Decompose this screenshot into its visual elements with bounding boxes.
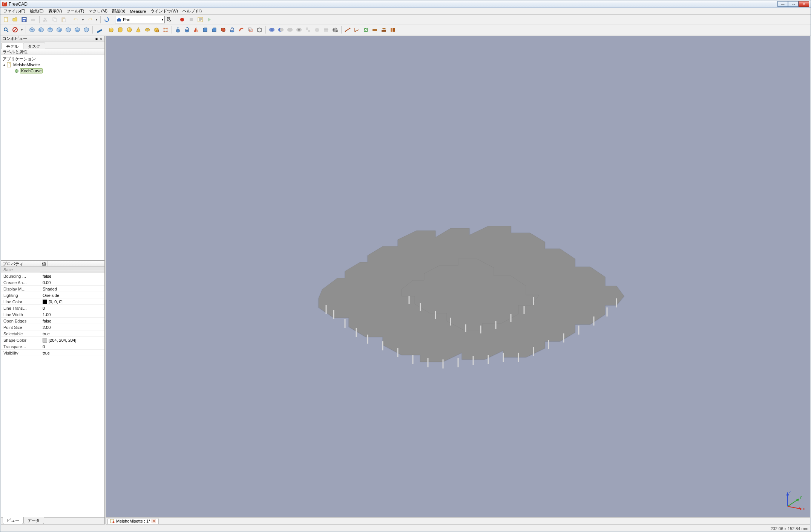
view-rear-icon[interactable]: [64, 26, 72, 34]
save-file-icon[interactable]: [20, 15, 28, 24]
menu-tools[interactable]: ツール(T): [64, 8, 86, 14]
measure-clear-icon[interactable]: [362, 26, 370, 34]
tree-collapse-icon[interactable]: ◢: [2, 63, 6, 67]
extrude-icon[interactable]: [174, 26, 182, 34]
document-tab-close-icon[interactable]: ✕: [152, 519, 156, 523]
property-row[interactable]: LightingOne side: [1, 292, 104, 299]
part-cone-icon[interactable]: [134, 26, 143, 34]
property-row[interactable]: Line Color[0, 0, 0]: [1, 299, 104, 305]
tree-item-line[interactable]: KochCurve: [2, 68, 104, 74]
paste-icon[interactable]: [60, 15, 68, 24]
property-row[interactable]: Display M…Shaded: [1, 286, 104, 292]
union-icon[interactable]: [286, 26, 294, 34]
viewport-3d[interactable]: x y z: [106, 36, 810, 517]
loft-icon[interactable]: [228, 26, 236, 34]
menu-part[interactable]: 部品(p): [110, 8, 127, 14]
property-value[interactable]: 0: [40, 306, 104, 311]
measure-toggle-icon[interactable]: [371, 26, 379, 34]
property-value[interactable]: One side: [40, 293, 104, 298]
property-value[interactable]: 2.00: [40, 325, 104, 330]
tree-body[interactable]: アプリケーション ◢ MeishoMisette KochCurve: [1, 55, 104, 260]
view-left-icon[interactable]: [82, 26, 90, 34]
draw-style-icon[interactable]: [11, 26, 19, 34]
menu-view[interactable]: 表示(V): [46, 8, 64, 14]
property-row[interactable]: Visibilitytrue: [1, 350, 104, 356]
property-value[interactable]: 1.00: [40, 312, 104, 318]
macro-list-icon[interactable]: [196, 15, 204, 24]
ruled-surface-icon[interactable]: [219, 26, 227, 34]
menu-help[interactable]: ヘルプ (H): [180, 8, 204, 14]
undo-icon[interactable]: [72, 15, 80, 24]
property-row[interactable]: Line Trans…0: [1, 305, 104, 312]
maximize-button[interactable]: ▭: [788, 1, 799, 7]
property-row[interactable]: Line Width1.00: [1, 312, 104, 318]
macro-record-icon[interactable]: [178, 15, 186, 24]
part-sphere-icon[interactable]: [125, 26, 133, 34]
open-file-icon[interactable]: [11, 15, 19, 24]
view-top-icon[interactable]: [46, 26, 54, 34]
sweep-icon[interactable]: [237, 26, 245, 34]
tab-task[interactable]: タスク: [23, 43, 45, 49]
property-row[interactable]: Crease An…0.00: [1, 280, 104, 286]
property-value[interactable]: 0: [40, 344, 104, 350]
menu-file[interactable]: ファイル(F): [1, 8, 28, 14]
menu-macro[interactable]: マクロ(M): [86, 8, 110, 14]
tab-data[interactable]: データ: [23, 517, 44, 524]
measure-toggle-delta-icon[interactable]: [389, 26, 397, 34]
print-icon[interactable]: [29, 15, 37, 24]
new-file-icon[interactable]: [2, 15, 10, 24]
whats-this-icon[interactable]: ?: [166, 15, 174, 24]
fillet-icon[interactable]: [201, 26, 209, 34]
property-value[interactable]: [204, 204, 204]: [40, 338, 104, 343]
property-value[interactable]: [0, 0, 0]: [40, 299, 104, 305]
refresh-icon[interactable]: [103, 15, 111, 24]
measure-linear-icon[interactable]: [343, 26, 352, 34]
redo-dropdown[interactable]: ▾: [95, 18, 98, 21]
property-row[interactable]: Selectabletrue: [1, 331, 104, 337]
property-value[interactable]: true: [40, 331, 104, 337]
fit-all-icon[interactable]: [2, 26, 10, 34]
tree-app-line[interactable]: アプリケーション: [2, 56, 104, 62]
document-tab[interactable]: MeishoMisette : 1* ✕: [107, 518, 159, 524]
property-row[interactable]: Bounding …false: [1, 273, 104, 280]
menu-measure[interactable]: Measure: [127, 9, 148, 14]
property-row[interactable]: Shape Color[204, 204, 204]: [1, 337, 104, 344]
revolve-icon[interactable]: [183, 26, 191, 34]
part-cylinder-icon[interactable]: [116, 26, 124, 34]
property-row[interactable]: Open Edgesfalse: [1, 318, 104, 324]
tab-model[interactable]: モデル: [1, 43, 23, 49]
compound-icon[interactable]: [304, 26, 312, 34]
panel-close-icon[interactable]: ✕: [99, 37, 103, 41]
macro-run-icon[interactable]: [205, 15, 213, 24]
part-torus-icon[interactable]: [143, 26, 152, 34]
view-bottom-icon[interactable]: [73, 26, 81, 34]
redo-icon[interactable]: [86, 15, 94, 24]
property-row[interactable]: Point Size2.00: [1, 324, 104, 331]
view-front-icon[interactable]: [37, 26, 45, 34]
menu-window[interactable]: ウインドウ(W): [148, 8, 180, 14]
offset-icon[interactable]: [246, 26, 254, 34]
part-box-icon[interactable]: [107, 26, 115, 34]
property-row[interactable]: Transpare…0: [1, 344, 104, 350]
part-primitives-icon[interactable]: [152, 26, 161, 34]
minimize-button[interactable]: —: [777, 1, 788, 7]
shape-icon[interactable]: [313, 26, 321, 34]
measure-angular-icon[interactable]: [353, 26, 361, 34]
property-grid[interactable]: BaseBounding …falseCrease An…0.00Display…: [1, 267, 104, 517]
cross-sections-icon[interactable]: [331, 26, 339, 34]
panel-float-icon[interactable]: ▣: [94, 37, 99, 41]
property-value[interactable]: 0.00: [40, 280, 104, 286]
property-value[interactable]: Shaded: [40, 286, 104, 292]
thickness-icon[interactable]: [255, 26, 264, 34]
tab-view[interactable]: ビュー: [3, 517, 23, 524]
property-value[interactable]: false: [40, 274, 104, 279]
close-button[interactable]: ✕: [799, 1, 809, 7]
undo-dropdown[interactable]: ▾: [81, 18, 85, 21]
cut-boolean-icon[interactable]: [277, 26, 285, 34]
property-value[interactable]: false: [40, 318, 104, 324]
mirror-icon[interactable]: [192, 26, 200, 34]
macro-stop-icon[interactable]: [187, 15, 195, 24]
cut-icon[interactable]: [41, 15, 50, 24]
workbench-selector[interactable]: Part ▾: [115, 16, 165, 23]
part-shapebuilder-icon[interactable]: [161, 26, 170, 34]
